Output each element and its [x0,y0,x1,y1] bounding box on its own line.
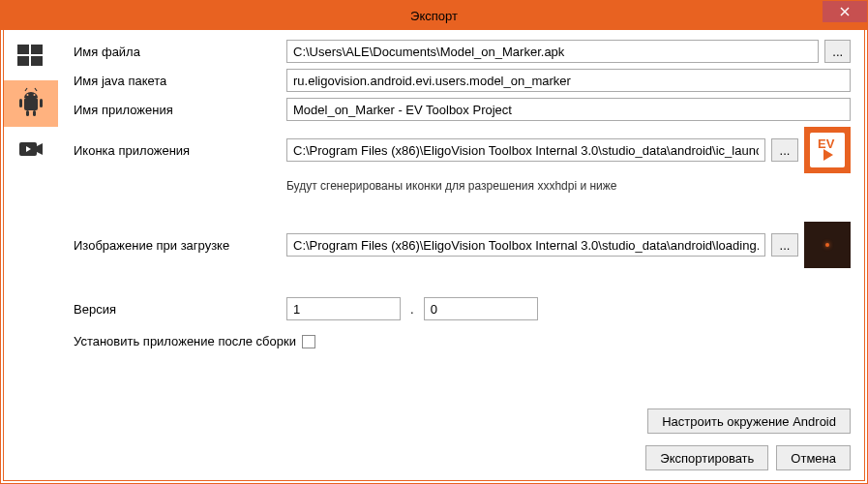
configure-android-button[interactable]: Настроить окружение Android [647,408,851,434]
app-name-input[interactable] [286,98,851,121]
app-icon-label: Иконка приложения [74,143,286,158]
windows-icon [15,41,46,75]
ellipsis-icon: ... [780,238,791,253]
sidebar-item-android[interactable] [4,80,58,127]
splash-preview [804,222,851,268]
file-name-label: Имя файла [74,45,286,59]
browse-file-button[interactable]: ... [824,40,851,63]
svg-point-7 [27,94,29,96]
file-name-input[interactable] [286,40,819,63]
java-package-input[interactable] [286,69,851,92]
svg-rect-5 [31,56,43,66]
svg-rect-4 [17,56,29,66]
export-button[interactable]: Экспортировать [645,445,768,470]
titlebar: Экспорт [1,1,867,30]
close-button[interactable] [823,1,867,22]
svg-text:EV: EV [818,136,835,151]
sidebar-item-video[interactable] [4,127,58,173]
svg-marker-16 [37,143,43,155]
splash-input[interactable] [286,233,765,257]
ellipsis-icon: ... [780,143,791,158]
version-dot: . [406,302,418,317]
java-package-label: Имя java пакета [74,74,286,88]
ellipsis-icon: ... [832,45,843,59]
browse-icon-button[interactable]: ... [771,138,798,162]
svg-line-14 [35,88,37,91]
app-icon-preview: EV [804,127,851,173]
svg-line-13 [25,88,27,91]
export-label: Экспортировать [660,451,754,466]
export-window: Экспорт [0,0,868,484]
svg-rect-12 [33,110,36,116]
svg-point-8 [34,94,36,96]
svg-rect-2 [17,45,29,54]
form: Имя файла ... Имя java пакета Имя прилож… [74,40,851,348]
app-icon-input[interactable] [286,138,765,162]
install-after-label: Установить приложение после сборки [74,334,296,348]
video-icon [15,134,46,167]
app-name-label: Имя приложения [74,103,286,117]
svg-rect-3 [31,45,43,54]
version-major-input[interactable] [286,297,401,320]
content-panel: Имя файла ... Имя java пакета Имя прилож… [60,30,864,480]
svg-rect-9 [19,99,22,107]
splash-label: Изображение при загрузке [74,238,286,253]
close-icon [840,5,850,19]
configure-android-label: Настроить окружение Android [662,414,836,429]
sidebar-item-windows[interactable] [4,34,58,80]
window-title: Экспорт [410,9,458,23]
buttons-area: Настроить окружение Android Экспортирова… [645,408,851,470]
svg-rect-6 [24,98,38,110]
window-body: Имя файла ... Имя java пакета Имя прилож… [3,30,865,481]
sidebar [4,30,60,480]
svg-rect-10 [40,99,43,107]
version-minor-input[interactable] [424,297,538,320]
android-icon [15,86,47,122]
svg-rect-11 [26,110,29,116]
cancel-label: Отмена [791,451,836,466]
browse-splash-button[interactable]: ... [771,233,798,257]
install-after-checkbox[interactable] [302,335,315,348]
version-label: Версия [74,302,286,317]
icon-hint: Будут сгенерированы иконки для разрешени… [286,179,851,193]
cancel-button[interactable]: Отмена [776,445,851,470]
